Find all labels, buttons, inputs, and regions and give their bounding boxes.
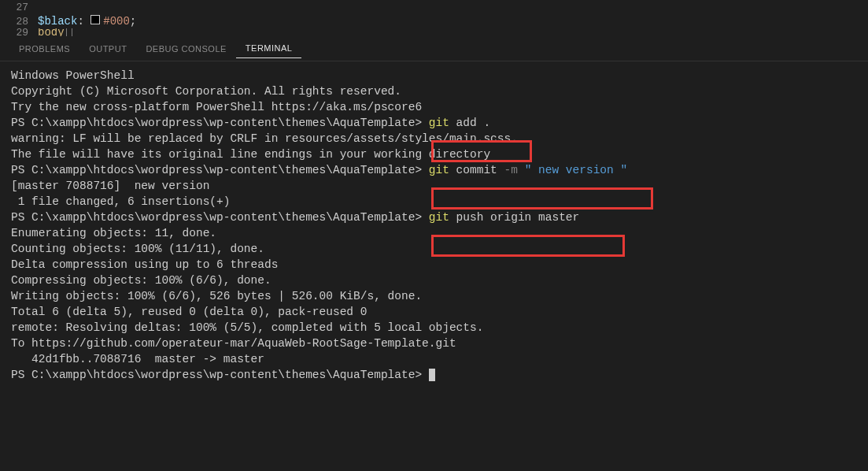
git-keyword: git bbox=[429, 117, 456, 129]
git-args: commit bbox=[456, 164, 504, 176]
terminal-line: Enumerating objects: 11, done. bbox=[11, 225, 857, 241]
terminal-line: Compressing objects: 100% (6/6), done. bbox=[11, 273, 857, 288]
line-number: 29 bbox=[6, 28, 38, 36]
git-keyword: git bbox=[429, 164, 456, 176]
tab-terminal[interactable]: TERMINAL bbox=[236, 39, 302, 58]
terminal-line: Try the new cross-platform PowerShell ht… bbox=[11, 99, 857, 115]
scrollbar[interactable] bbox=[860, 61, 868, 389]
line-content: $black: #000; bbox=[38, 15, 136, 28]
terminal-line: remote: Resolving deltas: 100% (5/5), co… bbox=[11, 320, 857, 336]
tab-debug-console[interactable]: DEBUG CONSOLE bbox=[136, 39, 235, 58]
line-number: 27 bbox=[6, 2, 38, 13]
terminal-line: PS C:\xampp\htdocs\wordpress\wp-content\… bbox=[11, 162, 857, 178]
tab-problems[interactable]: PROBLEMS bbox=[9, 39, 79, 58]
editor-line[interactable]: 28 $black: #000; bbox=[6, 14, 868, 28]
git-string: " new version " bbox=[525, 164, 628, 176]
colon: : bbox=[77, 15, 83, 28]
terminal-line: [master 7088716] new version bbox=[11, 178, 857, 194]
terminal-line: warning: LF will be replaced by CRLF in … bbox=[11, 131, 857, 146]
terminal-line: PS C:\xampp\htdocs\wordpress\wp-content\… bbox=[11, 210, 857, 225]
terminal-line: Windows PowerShell bbox=[11, 68, 857, 83]
semicolon: ; bbox=[130, 15, 136, 28]
editor-area[interactable]: 27 28 $black: #000; 29 body bbox=[0, 0, 868, 36]
terminal-line: 1 file changed, 6 insertions(+) bbox=[11, 194, 857, 210]
line-content: body bbox=[38, 28, 72, 36]
panel-tab-bar: PROBLEMS OUTPUT DEBUG CONSOLE TERMINAL bbox=[0, 36, 868, 61]
color-swatch-icon[interactable] bbox=[90, 15, 103, 24]
ps-prompt: PS C:\xampp\htdocs\wordpress\wp-content\… bbox=[11, 211, 429, 224]
line-number: 28 bbox=[6, 16, 38, 28]
ps-prompt: PS C:\xampp\htdocs\wordpress\wp-content\… bbox=[11, 164, 429, 176]
terminal-line: To https://github.com/operateur-mar/Aqua… bbox=[11, 336, 857, 351]
git-flag: -m bbox=[504, 164, 525, 176]
terminal-line: 42d1fbb..7088716 master -> master bbox=[11, 351, 857, 367]
terminal-line: Copyright (C) Microsoft Corporation. All… bbox=[11, 83, 857, 99]
git-keyword: git bbox=[429, 211, 456, 224]
scss-variable: $black bbox=[38, 15, 77, 28]
ps-prompt: PS C:\xampp\htdocs\wordpress\wp-content\… bbox=[11, 117, 429, 129]
terminal-line: Counting objects: 100% (11/11), done. bbox=[11, 241, 857, 257]
terminal-line: PS C:\xampp\htdocs\wordpress\wp-content\… bbox=[11, 115, 857, 131]
crlf-indicator-icon bbox=[66, 28, 72, 36]
selector: body bbox=[38, 28, 65, 36]
tab-output[interactable]: OUTPUT bbox=[79, 39, 136, 58]
terminal-line: PS C:\xampp\htdocs\wordpress\wp-content\… bbox=[11, 367, 857, 383]
terminal-line: Total 6 (delta 5), reused 0 (delta 0), p… bbox=[11, 304, 857, 320]
git-args: push origin master bbox=[456, 211, 580, 224]
terminal-line: Delta compression using up to 6 threads bbox=[11, 257, 857, 273]
hex-value: #000 bbox=[103, 15, 130, 28]
git-args: add . bbox=[456, 117, 491, 129]
terminal-line: Writing objects: 100% (6/6), 526 bytes |… bbox=[11, 288, 857, 304]
editor-line[interactable]: 27 bbox=[6, 0, 868, 14]
terminal-area[interactable]: Windows PowerShell Copyright (C) Microso… bbox=[0, 61, 868, 389]
terminal-line: The file will have its original line end… bbox=[11, 146, 857, 162]
ps-prompt: PS C:\xampp\htdocs\wordpress\wp-content\… bbox=[11, 369, 429, 381]
terminal-cursor-icon bbox=[429, 369, 435, 381]
editor-line[interactable]: 29 body bbox=[6, 28, 868, 36]
